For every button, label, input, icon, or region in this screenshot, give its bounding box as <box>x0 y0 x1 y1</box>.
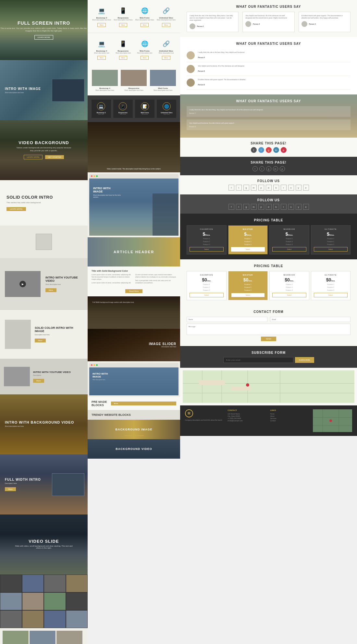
follow-email-dark-icon[interactable]: e <box>303 204 309 210</box>
facebook-share-icon[interactable]: f <box>251 147 257 153</box>
pricing-champion-button[interactable]: Select <box>190 247 224 252</box>
follow-linkedin-dark-icon[interactable]: in <box>251 204 257 210</box>
pricing-light-warrior-f2: Feature 2 <box>272 286 306 288</box>
browser-bar <box>89 174 178 179</box>
share-dark-title: SHARE THIS PAGE! <box>187 161 351 164</box>
fullscreen-learn-more-button[interactable]: LEARN MORE <box>34 35 53 40</box>
pricing-light-ultimate-button[interactable]: Select <box>314 293 348 297</box>
pricing-warrior-button[interactable]: Select <box>272 247 306 252</box>
footer-link-4[interactable]: Contact <box>270 420 310 422</box>
follow-stumble-dark-icon[interactable]: s <box>288 204 294 210</box>
solid-intro-button[interactable]: LEARN MORE <box>6 207 26 211</box>
dark-features-row: 💻 Bootstrap 5 Short desc 📱 Responsive Sh… <box>90 100 178 118</box>
follow-facebook-dark-icon[interactable]: f <box>228 204 234 210</box>
feature-btn-2[interactable]: More <box>97 56 105 60</box>
solid-preview-section <box>0 226 88 258</box>
footer-mini-map[interactable] <box>313 409 352 432</box>
follow-youtube-dark-icon[interactable]: y <box>296 204 302 210</box>
follow-dribbble-icon[interactable]: d <box>266 185 272 191</box>
image-features-section: Bootstrap 4 Short description text here … <box>88 66 180 95</box>
follow-stumble-icon[interactable]: s <box>288 185 294 191</box>
contact-name-input[interactable] <box>187 317 267 322</box>
bootstrap-icon: 💻 <box>97 6 106 16</box>
pricing-ultimate-button[interactable]: Select <box>314 247 348 252</box>
footer-link-3[interactable]: Services <box>270 417 310 420</box>
video-bg-get-started-button[interactable]: GET STARTED <box>45 155 64 159</box>
solid-image-btn[interactable]: More <box>35 339 46 342</box>
play-button[interactable] <box>19 281 26 287</box>
follow-light-section: FOLLOW US f t g in p d b r s y e <box>180 175 357 194</box>
feature-btn-2[interactable]: More <box>141 56 149 60</box>
pricing-light-col-master: MASTER $0/mo. Feature 1 Feature 2 Featur… <box>228 271 268 300</box>
article-read-more-button[interactable]: Read More <box>125 289 143 293</box>
pricing-champion-f3: Feature 3 <box>190 243 224 245</box>
follow-pinterest-dark-icon[interactable]: p <box>258 204 264 210</box>
youtube-text: INTRO WITH YOUTUBE VIDEO Short descripti… <box>45 276 83 292</box>
pricing-dark-section: PRICING TABLE CHAMPION $0/mo. Feature 1 … <box>180 214 357 259</box>
pricing-ultimate-name: ULTIMATE <box>314 228 348 230</box>
twitter-share-icon[interactable]: t <box>258 147 264 153</box>
contact-submit-button[interactable]: SEND <box>261 337 276 341</box>
feature-btn[interactable]: More <box>97 23 105 27</box>
youtube-dark-thumbnail[interactable] <box>4 367 30 386</box>
features-row-2: 💻 Bootstrap 4 Short description text Mor… <box>91 39 177 60</box>
google-share-dark-icon[interactable]: g <box>266 166 271 171</box>
follow-dribbble-dark-icon[interactable]: d <box>266 204 272 210</box>
footer-links-title: LINKS <box>270 409 310 411</box>
pinterest-share-dark-icon[interactable]: p <box>280 166 285 171</box>
footer-link-1[interactable]: Home <box>270 413 310 415</box>
photo-cell <box>22 575 44 592</box>
footer-link-2[interactable]: About <box>270 415 310 417</box>
dark-feature-item: 💻 Bootstrap 5 Short desc <box>92 100 111 118</box>
pricing-master-button[interactable]: Select <box>231 247 265 252</box>
footer-address: 123 Street NameCity, State 00000 <box>228 413 267 417</box>
fullscreen-intro-desc: This is some text. You can provide your … <box>0 27 88 32</box>
follow-twitter-icon[interactable]: t <box>236 185 242 191</box>
follow-linkedin-icon[interactable]: in <box>251 185 257 191</box>
follow-google-icon[interactable]: g <box>243 185 249 191</box>
linkedin-share-dark-icon[interactable]: in <box>273 166 278 171</box>
follow-google-dark-icon[interactable]: g <box>243 204 249 210</box>
feature-btn[interactable]: More <box>162 23 170 27</box>
subscribe-email-input[interactable] <box>223 357 293 363</box>
follow-pinterest-icon[interactable]: p <box>258 185 264 191</box>
follow-reddit-dark-icon[interactable]: r <box>281 204 287 210</box>
pricing-ultimate-price: $0/mo. <box>314 231 348 237</box>
youtube-btn[interactable]: More <box>45 288 56 292</box>
contact-message-input[interactable] <box>187 324 351 335</box>
intro-youtube-dark-section: INTRO WITH YOUTUBE VIDEO Description Mor… <box>0 359 88 394</box>
feature-btn-2[interactable]: More <box>162 56 170 60</box>
pricing-light-champion-button[interactable]: Select <box>190 293 224 297</box>
follow-behance-dark-icon[interactable]: b <box>273 204 279 210</box>
linkedin-share-icon[interactable]: in <box>273 147 279 153</box>
youtube-dark-btn[interactable]: More <box>33 379 44 383</box>
follow-reddit-icon[interactable]: r <box>281 185 287 191</box>
pricing-light-master-f1: Feature 1 <box>231 283 265 285</box>
feature-btn[interactable]: More <box>119 23 127 27</box>
follow-email-icon[interactable]: e <box>303 185 309 191</box>
follow-behance-icon[interactable]: b <box>273 185 279 191</box>
follow-youtube-icon[interactable]: y <box>296 185 302 191</box>
feature-btn[interactable]: More <box>141 23 149 27</box>
background-video-section: BACKGROUND VIDEO <box>88 439 180 459</box>
footer-mini-map-svg <box>313 409 352 432</box>
bg-video-title-2: BACKGROUND VIDEO <box>116 447 152 451</box>
contact-email-input[interactable] <box>270 317 351 322</box>
video-bg-learn-more-button[interactable]: LEARN MORE <box>24 155 43 159</box>
feature-btn-2[interactable]: More <box>119 56 127 60</box>
pricing-master-f2: Feature 2 <box>231 241 265 242</box>
google-share-icon[interactable]: g <box>266 147 272 153</box>
facebook-share-dark-icon[interactable]: f <box>252 166 258 171</box>
full-width-btn[interactable]: More <box>5 487 16 491</box>
follow-twitter-dark-icon[interactable]: t <box>236 204 242 210</box>
follow-facebook-icon[interactable]: f <box>228 185 234 191</box>
pricing-light-warrior-button[interactable]: Select <box>272 293 306 297</box>
map-container[interactable] <box>183 370 354 403</box>
youtube-thumbnail[interactable] <box>5 271 41 297</box>
twitter-share-dark-icon[interactable]: t <box>259 166 265 171</box>
pinterest-share-icon[interactable]: p <box>281 147 287 153</box>
premade-more-button[interactable]: More <box>111 402 176 405</box>
pricing-light-master-button[interactable]: Select <box>231 293 265 297</box>
pricing-light-master-price: $0/mo. <box>231 277 265 282</box>
subscribe-submit-button[interactable]: SUBSCRIBE <box>295 357 314 363</box>
